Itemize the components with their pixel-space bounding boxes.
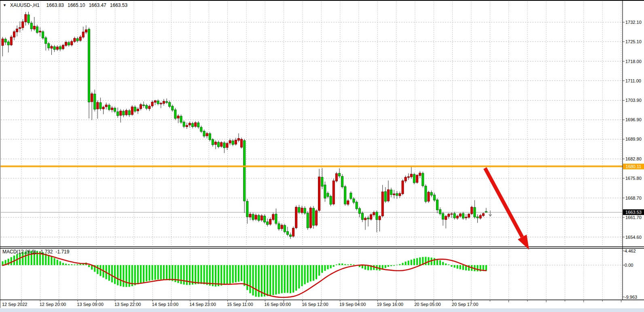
price-axis-label: 1689.90 xyxy=(625,137,642,141)
price-axis-label: 1696.90 xyxy=(625,117,642,122)
price-axis-label: 1675.80 xyxy=(625,176,642,181)
macd-indicator-label: MACD(12,26,9) -1.732 -1.719 xyxy=(2,249,69,255)
trading-chart-window: 1732.101725.101718.001711.001703.901696.… xyxy=(0,0,644,312)
orange-level-price-tag: 1680.11 xyxy=(623,164,644,169)
symbol-dropdown-icon[interactable]: ▼ xyxy=(3,3,6,7)
time-axis-label: 13 Sep 09:00 xyxy=(77,302,103,307)
time-axis-label: 15 Sep 11:00 xyxy=(227,302,253,307)
macd-name: MACD(12,26,9) xyxy=(2,249,36,255)
macd-signal-value: -1.719 xyxy=(55,249,69,255)
time-axis-label: 14 Sep 23:00 xyxy=(189,302,216,307)
time-axis-label: 20 Sep 05:00 xyxy=(414,302,441,307)
price-axis-label: 1732.10 xyxy=(625,20,642,25)
macd-axis-label: 0.00 xyxy=(625,263,633,268)
time-axis-label: 13 Sep 22:00 xyxy=(114,302,141,307)
price-axis-label: 1718.00 xyxy=(625,59,642,64)
price-axis-label: 1682.80 xyxy=(625,156,642,161)
price-axis-label: 1654.60 xyxy=(625,235,642,240)
macd-axis-label: 4.462 xyxy=(625,249,636,253)
macd-axis-label: -9.963 xyxy=(625,295,637,299)
ohlc-info-bar: ▼ XAUUSD-,H1 1663.83 1665.10 1663.47 166… xyxy=(3,2,127,8)
price-axis-label: 1661.70 xyxy=(625,215,642,220)
price-axis-label: 1711.00 xyxy=(625,78,641,83)
price-axis-label: 1725.10 xyxy=(625,39,642,44)
low-value: 1663.47 xyxy=(89,2,106,8)
close-value: 1663.53 xyxy=(110,2,127,8)
macd-main-value: -1.732 xyxy=(39,249,53,255)
price-axis-label: 1703.90 xyxy=(625,98,642,103)
time-axis-label: 16 Sep 00:00 xyxy=(265,302,291,307)
time-axis-label: 19 Sep 16:00 xyxy=(377,302,403,307)
price-axis-label: 1668.70 xyxy=(625,196,642,200)
open-value: 1663.83 xyxy=(47,2,64,8)
window-bottom-strip xyxy=(0,308,644,312)
time-axis-label: 12 Sep 2022 xyxy=(2,302,27,307)
time-axis-label: 12 Sep 20:00 xyxy=(40,302,66,307)
high-value: 1665.10 xyxy=(68,2,85,8)
time-axis-label: 20 Sep 17:00 xyxy=(452,302,478,307)
time-axis-label: 19 Sep 04:00 xyxy=(339,302,366,307)
symbol-timeframe-label: XAUUSD-,H1 xyxy=(10,2,40,8)
time-axis-label: 16 Sep 12:00 xyxy=(302,302,328,307)
chart-svg[interactable]: 1732.101725.101718.001711.001703.901696.… xyxy=(0,0,644,312)
current-price-tag: 1663.53 xyxy=(623,209,644,215)
time-axis-label: 14 Sep 10:00 xyxy=(152,302,178,307)
